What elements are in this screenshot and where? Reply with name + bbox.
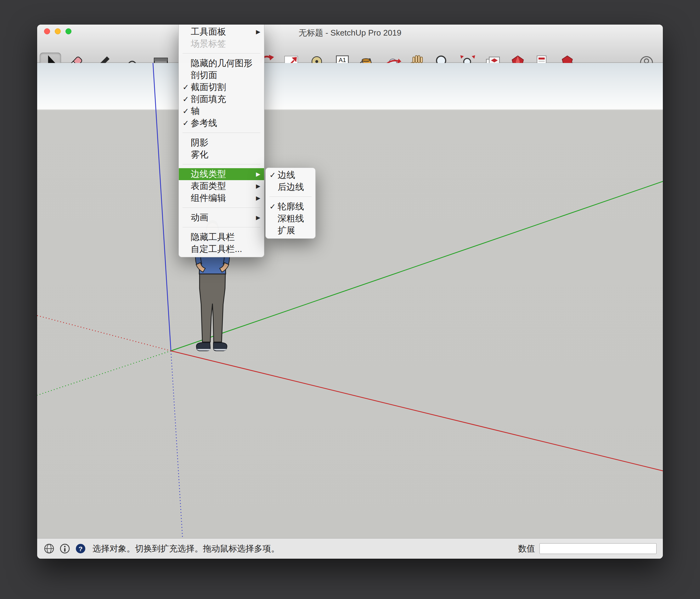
menu-item-customize-toolbar[interactable]: 自定工具栏... (179, 243, 264, 255)
info-icon[interactable] (59, 543, 71, 554)
title-bar: 无标题 - SketchUp Pro 2019 (37, 25, 663, 63)
toolbar: ▼ ▼ ▼ (37, 38, 663, 63)
menu-item-animation[interactable]: 动画 ▶ (179, 212, 264, 223)
menu-separator (269, 196, 311, 197)
measurement-input[interactable] (540, 543, 656, 554)
viewport[interactable] (37, 63, 663, 538)
submenu-arrow-icon: ▶ (256, 195, 260, 201)
submenu-item-edges[interactable]: ✓ 边线 (266, 169, 316, 181)
checkmark-icon: ✓ (181, 83, 191, 92)
svg-text:A1: A1 (339, 57, 346, 63)
menu-item-component-edit[interactable]: 组件编辑 ▶ (179, 192, 264, 204)
submenu-arrow-icon: ▶ (256, 183, 260, 190)
menu-item-edge-style[interactable]: 边线类型 ▶ (179, 168, 264, 180)
checkmark-icon: ✓ (268, 171, 278, 179)
status-bar: ? 选择对象。切换到扩充选择。拖动鼠标选择多项。 数值 (37, 538, 663, 559)
checkmark-icon: ✓ (181, 107, 191, 116)
menu-item-hidden-geometry[interactable]: 隐藏的几何图形 (179, 57, 264, 69)
menu-item-section-cuts[interactable]: ✓ 截面切割 (179, 81, 264, 93)
menu-item-scene-tabs: 场景标签 (179, 38, 264, 50)
menu-item-fog[interactable]: 雾化 (179, 149, 264, 161)
submenu-item-back-edges[interactable]: 后边线 (266, 181, 316, 193)
menu-separator (182, 227, 260, 227)
help-icon[interactable]: ? (75, 543, 86, 554)
menu-separator (182, 164, 260, 164)
checkmark-icon: ✓ (181, 95, 191, 104)
edge-style-submenu: ✓ 边线 后边线 ✓ 轮廓线 深粗线 扩展 (265, 168, 316, 239)
submenu-arrow-icon: ▶ (256, 28, 260, 35)
geolocation-icon[interactable] (44, 543, 55, 554)
submenu-arrow-icon: ▶ (256, 214, 260, 221)
menu-separator (182, 53, 260, 53)
menu-separator (182, 208, 260, 208)
sketchup-window: 无标题 - SketchUp Pro 2019 (37, 25, 663, 559)
drawing-axes (37, 63, 663, 538)
checkmark-icon: ✓ (268, 202, 278, 211)
submenu-item-depth-cue[interactable]: 深粗线 (266, 213, 316, 224)
submenu-item-extension[interactable]: 扩展 (266, 224, 316, 237)
menu-separator (182, 133, 260, 133)
status-message: 选择对象。切换到扩充选择。拖动鼠标选择多项。 (93, 543, 279, 554)
svg-text:?: ? (79, 545, 83, 552)
window-title: 无标题 - SketchUp Pro 2019 (37, 27, 663, 39)
view-menu: 工具面板 ▶ 场景标签 隐藏的几何图形 剖切面 ✓ 截面切割 ✓ 剖面填充 (178, 25, 265, 257)
menu-item-axes[interactable]: ✓ 轴 (179, 105, 264, 117)
checkmark-icon: ✓ (181, 119, 191, 127)
menu-item-guides[interactable]: ✓ 参考线 (179, 117, 264, 129)
menu-item-tool-palettes[interactable]: 工具面板 ▶ (179, 26, 264, 38)
menu-item-face-style[interactable]: 表面类型 ▶ (179, 180, 264, 192)
menu-item-section-fill[interactable]: ✓ 剖面填充 (179, 93, 264, 105)
submenu-item-profiles[interactable]: ✓ 轮廓线 (266, 200, 316, 213)
menu-item-shadows[interactable]: 阴影 (179, 137, 264, 149)
measurement-label: 数值 (518, 543, 535, 554)
submenu-arrow-icon: ▶ (256, 171, 260, 177)
menu-item-hide-toolbar[interactable]: 隐藏工具栏 (179, 231, 264, 243)
menu-item-section-planes[interactable]: 剖切面 (179, 69, 264, 81)
